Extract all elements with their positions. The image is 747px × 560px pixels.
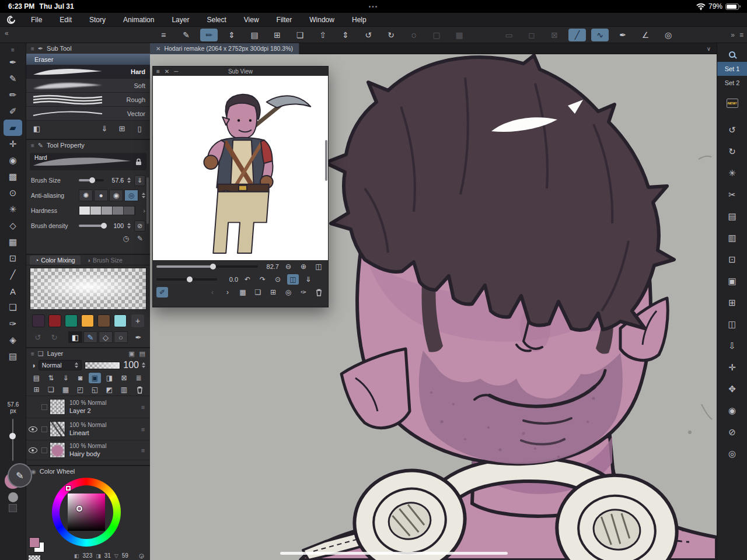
layer-mask-icon[interactable]: ◰ [74,384,86,395]
window-grip-icon[interactable]: ≡ [156,68,160,75]
aa-strong-icon[interactable]: ◎ [124,190,138,201]
subtool-item[interactable]: Soft [26,79,150,93]
edge-keyboard-button[interactable]: ✎ [8,463,32,488]
text-tool-icon[interactable]: A [4,283,22,299]
preview-icon[interactable]: ◉ [723,400,742,421]
layer-row[interactable]: 100 % Normal Lineart ≡ [26,418,150,440]
mix-redo-icon[interactable]: ↻ [48,332,60,342]
layer-drag-handle[interactable]: ≡ [138,426,148,433]
eye-icon[interactable] [29,426,37,432]
menu-item[interactable]: File [22,13,51,27]
camera-icon[interactable]: ◎ [282,287,294,298]
menu-item[interactable]: Animation [114,13,163,27]
color-mixing-canvas[interactable] [30,268,146,310]
zoom-slider[interactable] [156,265,258,268]
hardness-expand-chevron[interactable]: › [143,207,145,214]
import-brush-icon[interactable]: ⇓ [99,123,110,134]
background-color-chip[interactable] [8,492,18,502]
aa-middle-icon[interactable]: ◉ [109,190,123,201]
color-swatch[interactable] [48,314,61,327]
tab-list-chevron-icon[interactable]: ∨ [707,46,711,52]
paste-icon[interactable]: ▥ [723,227,742,249]
sub-view-scrollbar[interactable] [325,140,327,181]
airbrush-tool-icon[interactable]: ✐ [4,103,22,120]
import-image-icon[interactable]: ⊞ [267,287,279,298]
frame-tool-icon[interactable]: ▦ [4,234,22,250]
mask-icon[interactable]: ◨ [103,373,116,383]
mesh-transform-icon[interactable]: ▦ [451,29,468,41]
layer-opacity-slider[interactable] [85,362,120,369]
ruler-icon[interactable]: ∠ [637,29,654,41]
color-swatch[interactable] [32,314,45,327]
brush-size-stepper[interactable] [127,177,131,183]
curve-icon[interactable]: ∿ [591,29,609,41]
density-effect-icon[interactable]: ⊘ [134,220,145,232]
crop-icon[interactable]: ⊡ [723,249,742,270]
rotate-right-icon[interactable]: ↷ [257,274,268,285]
blend-mode-select[interactable]: Normal [39,360,82,370]
brush-size-slider[interactable] [12,419,13,461]
new-folder-icon[interactable]: ▦ [60,384,72,395]
hardness-segment[interactable] [90,206,102,215]
cut-icon[interactable]: ✂ [723,184,742,205]
new-subtool-icon[interactable]: ⊞ [116,123,128,134]
panel-toggle-icon[interactable]: ▤ [4,348,22,365]
undo-icon[interactable]: ↺ [723,119,742,141]
reset-rotation-icon[interactable]: ⊘ [723,421,742,443]
move-icon[interactable]: ✛ [723,356,742,378]
deselect-icon[interactable]: ◻ [523,29,540,41]
eyedropper-icon[interactable]: ✒ [132,332,144,342]
delete-image-icon[interactable] [313,287,324,298]
subtool-item[interactable]: Hard [26,65,150,79]
menu-item[interactable]: Story [81,13,114,27]
edit-property-icon[interactable]: ✎ [137,235,143,243]
menu-item[interactable]: Help [343,13,375,27]
zoom-icon[interactable]: ◎ [723,443,742,464]
layer-row[interactable]: 100 % Normal Layer 2 ≡ [26,396,150,418]
pen-icon[interactable]: ✒ [614,29,631,41]
main-color-chip[interactable] [29,537,40,548]
multitask-dots[interactable]: ••• [0,4,747,10]
blend-tool-icon[interactable]: ◉ [4,152,22,169]
tool-property-scrollbar[interactable] [146,177,149,224]
zoom-out-icon[interactable]: ⊖ [282,261,294,272]
hardness-segment[interactable] [113,206,124,215]
rotate-left-icon[interactable]: ↶ [242,274,253,285]
open-folder-icon[interactable]: ❏ [252,287,264,298]
pen-tool-icon[interactable]: ✒ [4,54,22,71]
panel-grip-icon[interactable]: ≡ [31,351,34,357]
brush-size-slider-knob[interactable] [9,433,16,439]
reset-property-icon[interactable]: ◷ [123,235,128,243]
aa-stepper[interactable] [142,192,145,198]
straight-line-icon[interactable]: ╱ [568,29,586,41]
menu-item[interactable]: Window [301,13,343,27]
document-tab[interactable]: ✕ Hodari remake (2064 x 2752px 300dpi 18… [150,43,299,54]
collapse-left-icon[interactable]: « [5,29,9,37]
clipping-icon[interactable]: ◙ [74,373,86,383]
marker-tool-icon[interactable]: ✏ [4,87,22,103]
delete-layer-icon[interactable] [134,384,146,395]
delete-subtool-icon[interactable]: ▯ [134,123,145,134]
size-dropdown-icon[interactable]: ⇓ [134,175,145,186]
menu-item[interactable]: Select [198,13,235,27]
sub-view-window[interactable]: ≡ ✕ ─ Sub View [152,66,329,307]
visibility-gutter[interactable] [26,426,39,432]
panel-grip-icon[interactable]: ≡ [31,46,34,52]
tab-color-mixing[interactable]: ◔ Color Mixing [30,256,81,265]
figure-tool-icon[interactable]: ◇ [4,218,22,234]
mix-brush-icon[interactable]: ◧ [68,331,82,343]
tool-drawer-handle[interactable]: ≡ [4,45,22,54]
decoration-tool-icon[interactable]: ✛ [4,136,22,152]
new-file-icon[interactable]: ⊞ [268,29,286,41]
share-icon[interactable]: ⇧ [314,29,331,41]
assist-icon[interactable]: ◎ [659,29,677,41]
mix-blur-icon[interactable]: ○ [114,331,128,343]
previous-image-icon[interactable]: ‹ [207,287,218,298]
canvas-horizontal-scrollbar[interactable] [280,552,508,555]
layer-row[interactable]: 100 % Normal Hairy body ≡ [26,440,150,460]
line-tool-icon[interactable]: ╱ [4,267,22,283]
transparent-color-chip[interactable] [9,504,17,512]
gradient-tool-icon[interactable]: ⊙ [4,185,22,201]
sub-view-image[interactable] [153,76,328,260]
eraser-tool-icon[interactable]: ▰ [4,120,22,136]
